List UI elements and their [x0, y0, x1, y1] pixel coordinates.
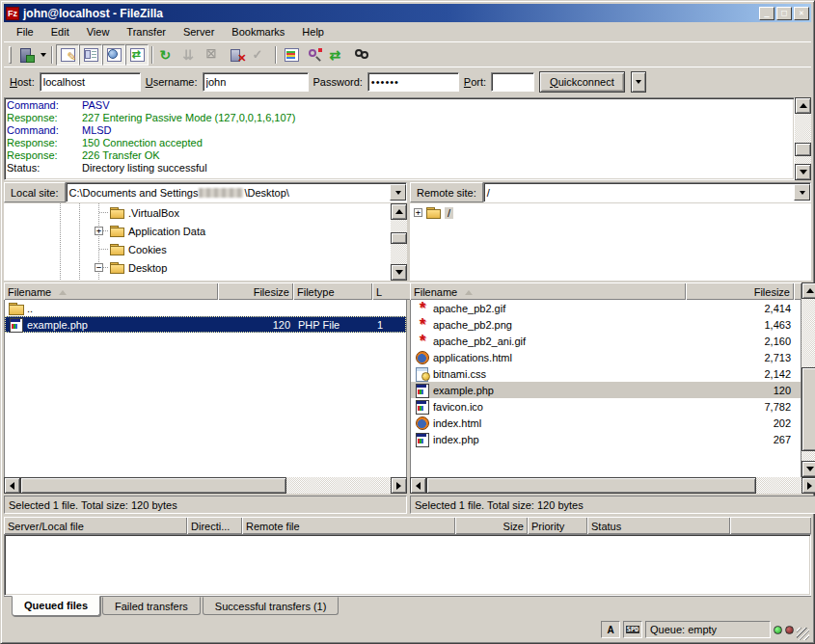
synchronized-browsing-button[interactable]: ⇄ [326, 44, 349, 66]
queue-column-directi-[interactable]: Directi... [187, 517, 242, 534]
scroll-down-button[interactable] [795, 164, 811, 180]
local-column-filetype[interactable]: Filetype [293, 282, 372, 300]
file-cell-filesize: 2,142 [687, 365, 795, 382]
site-manager-dropdown-button[interactable] [38, 44, 48, 66]
folder-icon [110, 207, 124, 219]
queue-column-remote-file[interactable]: Remote file [242, 517, 455, 534]
remote-file-list[interactable]: *apache_pb2.gif2,414*apache_pb2.png1,463… [410, 300, 801, 477]
local-directory-tree[interactable]: .VirtualBox+Application DataCookies−Desk… [4, 203, 391, 281]
file-row[interactable]: .. [5, 300, 406, 316]
local-site-dropdown-button[interactable] [390, 184, 406, 201]
queue-column-size[interactable]: Size [455, 517, 528, 534]
file-row[interactable]: favicon.ico7,782 [411, 398, 801, 415]
local-column-filesize[interactable]: Filesize [218, 282, 293, 300]
message-log-scrollbar[interactable] [795, 97, 811, 180]
quickconnect-button[interactable]: Quickconnect [539, 71, 625, 93]
scroll-up-button[interactable] [795, 97, 811, 114]
port-input[interactable] [491, 72, 534, 92]
scrollbar-thumb[interactable] [391, 232, 407, 244]
scrollbar-thumb[interactable] [801, 367, 815, 451]
tree-item--virtualbox[interactable]: .VirtualBox [4, 203, 391, 222]
scrollbar-thumb[interactable] [20, 477, 286, 494]
scrollbar-thumb[interactable] [426, 477, 756, 494]
cancel-operation-button[interactable]: ☒ [203, 44, 226, 66]
queue-column-priority[interactable]: Priority [528, 517, 587, 534]
scrollbar-thumb[interactable] [795, 143, 811, 156]
data-type-icon[interactable]: A [601, 621, 620, 638]
site-manager-button[interactable] [14, 44, 38, 66]
scroll-right-button[interactable] [391, 477, 407, 494]
menu-transfer[interactable]: Transfer [118, 24, 175, 40]
username-input[interactable] [203, 72, 309, 92]
transfer-queue[interactable] [4, 534, 811, 596]
resize-grip[interactable] [797, 628, 809, 640]
remote-list-scrollbar[interactable] [801, 282, 815, 477]
remote-column-filename[interactable]: Filename [410, 282, 686, 300]
find-files-button[interactable] [349, 44, 372, 66]
quickconnect-dropdown-button[interactable] [631, 71, 646, 93]
toggle-local-tree-button[interactable] [79, 44, 102, 66]
scroll-up-button[interactable] [801, 282, 815, 299]
toggle-message-log-button[interactable]: ✎ [56, 44, 79, 66]
local-site-path-combo[interactable]: C:\Documents and Settings\Desktop\ [66, 182, 407, 202]
menu-help[interactable]: Help [293, 24, 333, 40]
tab-successful-transfers-1-[interactable]: Successful transfers (1) [203, 597, 340, 615]
menu-bookmarks[interactable]: Bookmarks [223, 24, 293, 40]
toggle-transfer-queue-button[interactable]: ⇄ [125, 44, 149, 66]
toggle-remote-tree-button[interactable] [102, 44, 125, 66]
tree-item-application-data[interactable]: +Application Data [4, 222, 391, 240]
file-row[interactable]: *apache_pb2_ani.gif2,160 [411, 333, 801, 349]
scroll-right-button[interactable] [801, 477, 815, 494]
local-column-filename[interactable]: Filename [4, 282, 218, 300]
menu-file[interactable]: File [8, 24, 42, 40]
menu-view[interactable]: View [78, 24, 119, 40]
directory-comparison-button[interactable] [280, 44, 303, 66]
file-row[interactable]: *apache_pb2.gif2,414 [411, 300, 801, 316]
menu-server[interactable]: Server [175, 24, 223, 40]
local-list-hscrollbar[interactable] [4, 477, 407, 494]
expand-icon[interactable]: + [95, 227, 103, 235]
tab-failed-transfers[interactable]: Failed transfers [102, 597, 201, 615]
file-row[interactable]: index.php267 [411, 431, 801, 447]
maximize-button[interactable]: □ [776, 7, 792, 20]
scroll-left-button[interactable] [410, 477, 426, 494]
filename-filters-button[interactable] [303, 44, 326, 66]
html-file-icon [415, 351, 430, 364]
file-row[interactable]: applications.html2,713 [411, 349, 801, 365]
disconnect-button[interactable] [226, 44, 249, 66]
speed-limit-icon[interactable]: SPD [623, 621, 642, 638]
toolbar-grip[interactable] [9, 46, 12, 64]
remote-directory-tree[interactable]: +/ [410, 203, 811, 281]
tree-item-desktop[interactable]: −Desktop [4, 258, 391, 277]
scroll-down-button[interactable] [391, 264, 407, 281]
file-row[interactable]: example.php120PHP File1 [5, 316, 406, 333]
close-button[interactable]: ✕ [794, 7, 809, 20]
scroll-up-button[interactable] [391, 203, 407, 220]
remote-site-dropdown-button[interactable] [794, 184, 810, 201]
remote-site-path-combo[interactable]: / [483, 182, 811, 202]
process-queue-button[interactable]: ⇊ [179, 44, 203, 66]
local-file-list[interactable]: ..example.php120PHP File1 [4, 300, 407, 477]
scroll-left-button[interactable] [4, 477, 20, 494]
remote-list-hscrollbar[interactable] [410, 477, 815, 494]
refresh-button[interactable]: ↻ [156, 44, 179, 66]
minimize-button[interactable]: _ [759, 7, 774, 20]
file-row[interactable]: *apache_pb2.png1,463 [411, 316, 801, 333]
queue-column-status[interactable]: Status [587, 517, 730, 534]
expand-icon[interactable]: + [414, 208, 422, 217]
abort-button[interactable]: ✓ [249, 44, 272, 66]
collapse-icon[interactable]: − [95, 263, 103, 272]
queue-column-server-local-file[interactable]: Server/Local file [4, 517, 187, 534]
tab-queued-files[interactable]: Queued files [12, 596, 100, 616]
host-input[interactable] [40, 72, 141, 92]
password-input[interactable] [367, 72, 459, 92]
local-tree-scrollbar[interactable] [391, 203, 407, 281]
tree-item-root[interactable]: +/ [410, 203, 811, 222]
file-row[interactable]: index.html202 [411, 415, 801, 431]
tree-item-cookies[interactable]: Cookies [4, 240, 391, 258]
scroll-down-button[interactable] [801, 461, 815, 477]
file-row[interactable]: bitnami.css2,142 [411, 365, 801, 382]
remote-column-filesize[interactable]: Filesize [686, 282, 794, 300]
file-row[interactable]: example.php120 [411, 382, 801, 398]
menu-edit[interactable]: Edit [42, 24, 78, 40]
